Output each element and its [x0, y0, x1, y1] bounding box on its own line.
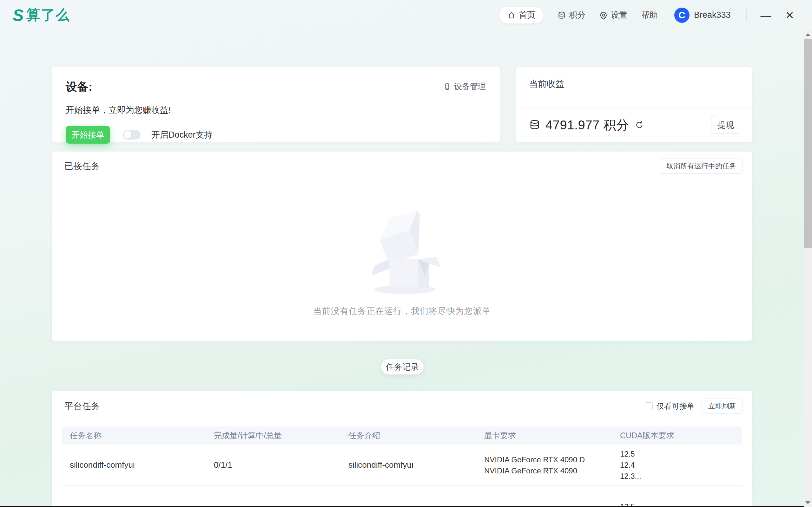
nav-points-label: 积分: [569, 9, 586, 20]
device-manage-label: 设备管理: [454, 81, 486, 92]
device-card-title: 设备:: [66, 79, 92, 95]
col-header-progress: 完成量/计算中/总量: [206, 430, 341, 441]
table-row: silicondiff-comfyui 0/1/1 silicondiff-co…: [62, 445, 742, 486]
logo-text: 算了么: [26, 6, 70, 24]
col-header-task-name: 任务名称: [62, 430, 206, 441]
docker-toggle[interactable]: [123, 130, 141, 139]
cuda-line: 12.3...: [620, 470, 742, 482]
minimize-button[interactable]: —: [761, 10, 771, 20]
refresh-points-icon[interactable]: [635, 121, 644, 129]
device-subtitle: 开始接单，立即为您赚收益!: [66, 104, 486, 116]
scrollbar-up-arrow[interactable]: [804, 30, 812, 39]
accepted-tasks-divider: [52, 181, 752, 181]
logo-mark-icon: S: [13, 6, 23, 25]
docker-toggle-knob: [124, 131, 132, 138]
nav-help-label: 帮助: [641, 9, 658, 20]
titlebar-divider: [746, 9, 747, 21]
cuda-line: 12.4: [620, 459, 742, 470]
cuda-line: 12.5: [620, 448, 742, 459]
platform-tasks-card: 平台任务 仅看可接单 立即刷新 任务名称 完成量/计算中/总量 任务介绍 显卡要…: [52, 391, 752, 507]
cell-cuda: 12.5 12.4 12.3...: [612, 448, 742, 482]
col-header-cuda: CUDA版本要求: [612, 430, 742, 441]
income-card-title: 当前收益: [516, 67, 752, 107]
filter-available-label: 仅看可接单: [657, 401, 695, 411]
device-icon: [443, 83, 451, 90]
accepted-tasks-title: 已接任务: [64, 160, 100, 172]
nav-home-label: 首页: [519, 9, 535, 20]
coin-stack-icon: [529, 119, 540, 131]
nav-home[interactable]: 首页: [499, 7, 544, 23]
filter-available-checkbox[interactable]: [645, 402, 653, 410]
scrollbar-down-arrow[interactable]: [804, 498, 812, 507]
col-header-intro: 任务介绍: [341, 430, 476, 441]
platform-tasks-divider: [52, 422, 752, 422]
accepted-tasks-card: 已接任务 取消所有运行中的任务 当前没有任务正在运行，我们将尽快为您派单: [52, 152, 752, 341]
table-row: 12.5: [62, 486, 742, 507]
points-value: 4791.977 积分: [546, 116, 629, 134]
cell-gpu: NVIDIA GeForce RTX 4090 D NVIDIA GeForce…: [476, 454, 612, 476]
withdraw-button[interactable]: 提现: [711, 116, 740, 134]
nav-help[interactable]: 帮助: [641, 9, 658, 20]
col-header-gpu: 显卡要求: [476, 430, 612, 441]
device-manage-link[interactable]: 设备管理: [443, 81, 486, 92]
task-record-button[interactable]: 任务记录: [381, 359, 423, 375]
start-accepting-button[interactable]: 开始接单: [66, 126, 110, 144]
home-icon: [507, 11, 516, 19]
gpu-line: NVIDIA GeForce RTX 4090 D: [484, 454, 612, 465]
nav-points[interactable]: 积分: [558, 9, 586, 20]
close-button[interactable]: ✕: [785, 10, 795, 20]
nav-settings[interactable]: 设置: [599, 9, 627, 20]
cancel-all-tasks-button[interactable]: 取消所有运行中的任务: [660, 159, 743, 174]
cell-progress: 0/1/1: [206, 460, 341, 470]
title-bar: S 算了么 首页 积分 设置 帮: [0, 0, 804, 30]
empty-state-text: 当前没有任务正在运行，我们将尽快为您派单: [313, 305, 491, 317]
platform-tasks-table: 任务名称 完成量/计算中/总量 任务介绍 显卡要求 CUDA版本要求 silic…: [62, 427, 742, 507]
user-menu[interactable]: C Break333: [674, 8, 731, 23]
scrollbar-thumb[interactable]: [804, 39, 812, 248]
app-logo: S 算了么: [13, 6, 70, 25]
cell-intro: silicondiff-comfyui: [341, 460, 476, 470]
vertical-scrollbar: [804, 30, 812, 507]
window-bottom-edge: [0, 506, 804, 507]
user-avatar: C: [674, 8, 690, 23]
user-name: Break333: [694, 10, 731, 20]
nav-settings-label: 设置: [611, 9, 627, 20]
gpu-line: NVIDIA GeForce RTX 4090: [484, 465, 612, 476]
table-header-row: 任务名称 完成量/计算中/总量 任务介绍 显卡要求 CUDA版本要求: [62, 427, 742, 445]
app-window: S 算了么 首页 积分 设置 帮: [0, 0, 812, 507]
refresh-now-button[interactable]: 立即刷新: [702, 399, 743, 414]
platform-tasks-title: 平台任务: [64, 400, 100, 412]
income-card: 当前收益 4791.977 积分 提现: [516, 67, 752, 143]
cell-task-name: silicondiff-comfyui: [62, 460, 206, 470]
device-card: 设备: 设备管理 开始接单，立即为您赚收益! 开始接单 开启Docker支持: [52, 67, 500, 143]
filter-available-checkbox-row[interactable]: 仅看可接单: [645, 401, 695, 411]
top-nav: 首页 积分 设置 帮助 C Break333 —: [499, 7, 794, 23]
empty-box-illustration: [350, 199, 454, 297]
gear-icon: [599, 11, 608, 19]
coins-icon: [558, 11, 566, 19]
docker-toggle-label: 开启Docker支持: [151, 129, 213, 140]
